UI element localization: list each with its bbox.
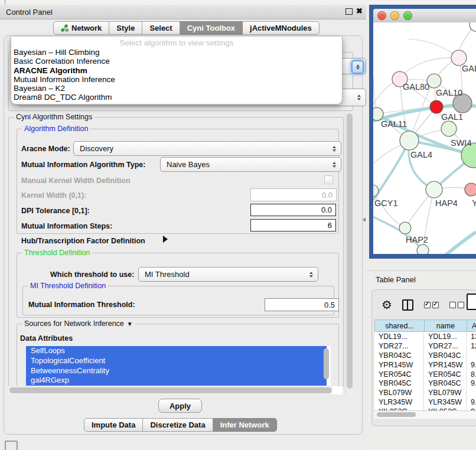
- table-cell[interactable]: YPR145W: [374, 360, 424, 370]
- network-node[interactable]: [373, 107, 383, 120]
- table-cell[interactable]: YLR345W: [374, 397, 424, 407]
- network-node-label: GAL80: [403, 82, 429, 92]
- splitter-collapse-arrow[interactable]: [363, 217, 366, 222]
- network-node[interactable]: [400, 131, 419, 150]
- tab-network[interactable]: Network: [53, 21, 109, 35]
- hub-section-label[interactable]: Hub/Transcription Factor Definition: [21, 237, 145, 245]
- dpi-tolerance-input[interactable]: 0.0: [250, 204, 336, 216]
- table-cell[interactable]: [467, 388, 476, 397]
- table-cell[interactable]: YER054C: [424, 370, 467, 379]
- aracne-mode-combo[interactable]: Discovery: [73, 141, 341, 156]
- algorithm-option[interactable]: Basic Correlation Inference: [11, 57, 342, 66]
- attribute-list-item[interactable]: BetweennessCentrality: [26, 366, 327, 376]
- table-horizontal-scrollbar[interactable]: [374, 410, 476, 419]
- network-window-titlebar[interactable]: [373, 9, 476, 23]
- tab-impute-data[interactable]: Impute Data: [84, 418, 143, 432]
- algorithm-option[interactable]: Bayesian – Hill Climbing: [11, 48, 342, 57]
- table-cell[interactable]: YDR27...: [424, 341, 467, 351]
- close-traffic-light-icon[interactable]: [377, 11, 386, 20]
- network-node[interactable]: [465, 183, 476, 196]
- network-node-label: HAP2: [406, 235, 428, 244]
- tab-select[interactable]: Select: [142, 21, 180, 35]
- hub-expand-arrow-icon[interactable]: [163, 236, 168, 243]
- network-node[interactable]: [430, 100, 443, 113]
- mi-threshold-input[interactable]: 0.5: [265, 298, 339, 311]
- table-panel-title: Table Panel: [376, 275, 416, 284]
- algorithm-option[interactable]: ARACNE Algorithm: [11, 66, 342, 75]
- attributes-list-vscroll-thumb[interactable]: [324, 348, 329, 379]
- table-cell[interactable]: YBR043C: [424, 351, 467, 360]
- attribute-list-item[interactable]: gal4RGexp: [26, 376, 327, 386]
- table-column-header[interactable]: name: [424, 319, 467, 332]
- network-node[interactable]: [426, 181, 442, 198]
- tab-jactivemnodules[interactable]: jActiveMNodules: [243, 21, 319, 35]
- table-cell[interactable]: 8.: [467, 370, 476, 379]
- network-node[interactable]: [441, 121, 457, 136]
- table-cell[interactable]: YER054C: [374, 370, 424, 379]
- file-icon[interactable]: [467, 294, 476, 310]
- algorithm-combo-stepper[interactable]: [351, 60, 364, 74]
- table-cell[interactable]: YBR045C: [374, 379, 424, 388]
- table-row[interactable]: YPR145WYPR145W9.: [374, 360, 476, 370]
- table-cell[interactable]: YDL19...: [374, 332, 424, 341]
- collapsed-panel-icon[interactable]: [5, 441, 18, 450]
- table-row[interactable]: YDL19...YDL19...13: [374, 332, 476, 341]
- tab-discretize-data[interactable]: Discretize Data: [143, 418, 213, 432]
- network-node[interactable]: [399, 222, 411, 234]
- algorithm-option[interactable]: Bayesian – K2: [11, 84, 342, 93]
- algorithm-option[interactable]: Dream8 DC_TDC Algorithm: [11, 93, 342, 102]
- table-cell[interactable]: YLR345W: [424, 397, 467, 407]
- zoom-traffic-light-icon[interactable]: [403, 11, 412, 20]
- mi-algorithm-type-combo[interactable]: Naive Bayes: [160, 157, 341, 172]
- data-attributes-list[interactable]: SelfLoopsTopologicalCoefficientBetweenne…: [26, 346, 331, 386]
- table-cell[interactable]: YBR045C: [424, 379, 467, 388]
- apply-button[interactable]: Apply: [158, 399, 202, 413]
- table-row[interactable]: YBR045CYBR045C9.: [374, 379, 476, 388]
- tab-infer-network[interactable]: Infer Network: [213, 418, 277, 432]
- table-cell[interactable]: 9.: [467, 397, 476, 407]
- table-cell[interactable]: YPR145W: [424, 360, 467, 370]
- deselect-all-checkboxes-icon[interactable]: [449, 302, 464, 308]
- dropdown-placeholder: Select algorithm to view settings: [11, 37, 342, 48]
- tab-cyni-toolbox[interactable]: Cyni Toolbox: [180, 21, 243, 35]
- network-node[interactable]: [417, 244, 429, 254]
- settings-vscroll-thumb[interactable]: [347, 113, 353, 389]
- table-cell[interactable]: 13: [467, 332, 476, 341]
- attribute-list-item[interactable]: SelfLoops: [26, 346, 327, 356]
- control-panel-title: Control Panel: [6, 8, 53, 17]
- table-row[interactable]: YBL079WYBL079W: [374, 388, 476, 397]
- float-window-icon[interactable]: [345, 8, 353, 15]
- table-row[interactable]: YLR345WYLR345W9.: [374, 397, 476, 407]
- network-canvas[interactable]: GALGAL80GAL10GAL1GAL11SWI4GAL4GCY1HAP4YH…: [373, 22, 476, 254]
- table-cell[interactable]: YBL079W: [424, 388, 467, 397]
- table-row[interactable]: YDR27...YDR27...12: [374, 341, 476, 351]
- table-cell[interactable]: YDR27...: [374, 341, 424, 351]
- settings-horizontal-scrollbar[interactable]: [8, 386, 343, 394]
- table-cell[interactable]: 9.: [467, 379, 476, 388]
- minimize-traffic-light-icon[interactable]: [390, 11, 399, 20]
- gear-icon[interactable]: ⚙: [382, 299, 392, 311]
- table-row[interactable]: YER054CYER054C8.: [374, 370, 476, 379]
- mi-steps-input[interactable]: 6: [250, 219, 336, 231]
- network-node[interactable]: [470, 22, 476, 31]
- close-icon[interactable]: ✖: [356, 7, 363, 15]
- columns-icon[interactable]: [402, 299, 413, 311]
- tab-style[interactable]: Style: [109, 21, 142, 35]
- settings-hscroll-thumb[interactable]: [9, 387, 332, 393]
- table-hscroll-thumb[interactable]: [377, 412, 416, 417]
- table-cell[interactable]: 9.: [467, 360, 476, 370]
- table-row[interactable]: YBR043CYBR043C: [374, 351, 476, 360]
- table-cell[interactable]: 12: [467, 341, 476, 351]
- settings-vertical-scrollbar[interactable]: [345, 111, 354, 394]
- select-all-checkboxes-icon[interactable]: [424, 302, 439, 308]
- table-cell[interactable]: YBL079W: [374, 388, 424, 397]
- algorithm-option[interactable]: Mutual Information Inference: [11, 75, 342, 84]
- table-cell[interactable]: [467, 351, 476, 360]
- sources-collapse-arrow-icon[interactable]: ▼: [127, 321, 133, 327]
- which-threshold-combo[interactable]: MI Threshold: [138, 267, 318, 282]
- attribute-list-item[interactable]: TopologicalCoefficient: [26, 356, 327, 366]
- table-column-header[interactable]: shared...: [374, 319, 424, 332]
- table-cell[interactable]: YDL19...: [424, 332, 467, 341]
- table-column-header[interactable]: A: [467, 319, 476, 332]
- table-cell[interactable]: YBR043C: [374, 351, 424, 360]
